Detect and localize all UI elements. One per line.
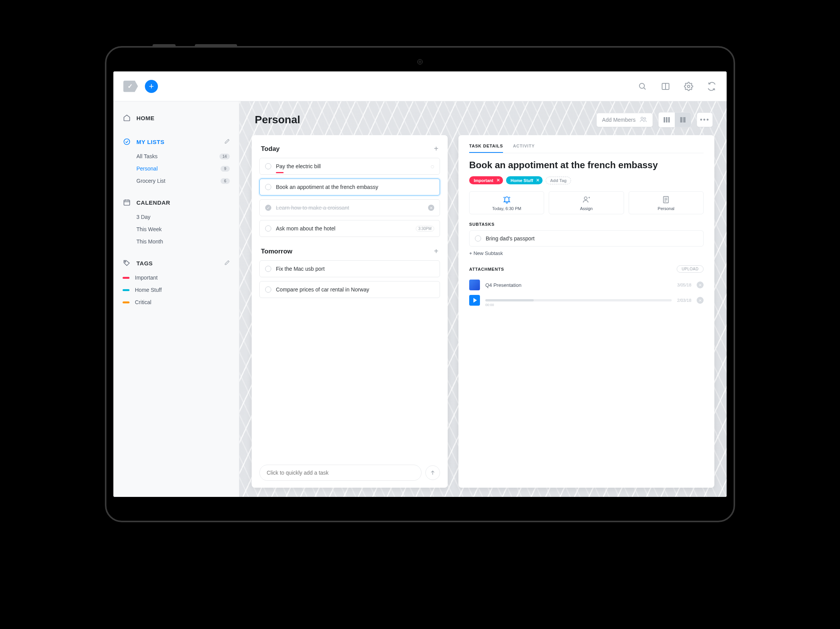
task-card-selected[interactable]: Book an appotiment at the french embassy	[259, 179, 440, 195]
sidebar-list-personal[interactable]: Personal 9	[113, 163, 239, 174]
task-check[interactable]	[265, 286, 271, 293]
task-card[interactable]: Compare prices of car rental in Norway	[259, 281, 440, 298]
sidebar-home[interactable]: HOME	[113, 110, 239, 126]
sidebar-cal-month[interactable]: This Month	[113, 236, 239, 247]
sidebar-tags[interactable]: TAGS	[113, 255, 239, 271]
task-card-done[interactable]: Learn how to make a croissant ✕	[259, 199, 440, 216]
add-members-button[interactable]: Add Members	[596, 113, 653, 127]
task-time-badge: 3:30PM	[416, 226, 434, 232]
task-check[interactable]	[265, 163, 271, 169]
app-logo-icon[interactable]	[123, 81, 138, 92]
sidebar-list-grocery[interactable]: Grocery List 6	[113, 175, 239, 187]
list-label: Personal	[136, 166, 158, 172]
attachment-remove-button[interactable]: ✕	[697, 281, 704, 288]
detail-title: Book an appotiment at the french embassy	[469, 159, 704, 171]
subtask-title: Bring dad's passport	[486, 235, 535, 242]
svg-point-0	[639, 83, 644, 88]
svg-point-21	[584, 197, 587, 200]
tag-swatch	[123, 289, 129, 291]
edit-icon[interactable]	[224, 260, 230, 266]
sidebar-calendar-label: CALENDAR	[136, 199, 170, 206]
sidebar-home-label: HOME	[136, 115, 154, 121]
assign-card[interactable]: Assign	[549, 191, 624, 214]
svg-point-12	[644, 118, 646, 119]
sidebar-tag-critical[interactable]: Critical	[113, 296, 239, 308]
tab-task-details[interactable]: TASK DETAILS	[469, 144, 503, 153]
add-task-button[interactable]: +	[145, 80, 158, 93]
task-title: Learn how to make a croissant	[276, 205, 423, 211]
view-columns-button[interactable]	[659, 113, 675, 127]
quick-add-input[interactable]	[259, 465, 422, 481]
topbar: +	[113, 71, 727, 101]
reminder-card[interactable]: Today, 6:30 PM	[469, 191, 544, 214]
attachment-row[interactable]: 00:00 2/03/18 ✕	[469, 293, 704, 308]
task-check[interactable]	[265, 184, 271, 190]
upload-button[interactable]: UPLOAD	[677, 265, 704, 273]
calendar-icon	[123, 198, 131, 207]
tablet-volume-button	[195, 44, 237, 48]
task-check-done[interactable]	[265, 205, 271, 211]
sync-icon[interactable]	[707, 81, 717, 91]
sidebar-cal-week[interactable]: This Week	[113, 223, 239, 235]
chip-remove-icon[interactable]: ✕	[536, 178, 540, 183]
subtask-card[interactable]: Bring dad's passport	[469, 230, 704, 247]
svg-rect-17	[683, 117, 686, 122]
sidebar-my-lists[interactable]: MY LISTS	[113, 134, 239, 150]
chip-important[interactable]: Important✕	[469, 176, 503, 184]
settings-icon[interactable]	[684, 81, 694, 91]
task-title: Fix the Mac usb port	[276, 266, 434, 272]
chip-home-stuff[interactable]: Home Stuff✕	[506, 176, 543, 184]
attachment-name: Q4 Presentation	[485, 282, 672, 288]
page-title: Personal	[255, 114, 596, 126]
more-button[interactable]: •••	[697, 113, 713, 127]
sidebar-list-all-tasks[interactable]: All Tasks 14	[113, 151, 239, 162]
chip-remove-icon[interactable]: ✕	[496, 178, 500, 183]
svg-point-11	[641, 117, 643, 119]
important-accent	[276, 172, 284, 173]
panels-icon[interactable]	[661, 81, 671, 91]
task-card[interactable]: Fix the Mac usb port	[259, 260, 440, 277]
subtask-check[interactable]	[475, 235, 481, 242]
add-task-tomorrow-button[interactable]: +	[434, 247, 438, 256]
tag-chips: Important✕ Home Stuff✕ Add Tag	[469, 176, 704, 184]
attachment-remove-button[interactable]: ✕	[697, 297, 704, 304]
tablet-frame: + H	[105, 46, 735, 522]
tab-activity[interactable]: ACTIVITY	[513, 144, 535, 153]
syncing-icon: ◌	[431, 164, 434, 169]
task-remove-button[interactable]: ✕	[428, 205, 434, 211]
add-tag-button[interactable]: Add Tag	[546, 177, 571, 184]
view-split-button[interactable]	[675, 113, 691, 127]
add-task-today-button[interactable]: +	[434, 144, 438, 153]
sidebar-tags-label: TAGS	[136, 260, 153, 266]
tablet-power-button	[153, 44, 176, 48]
quick-add-send-button[interactable]	[425, 465, 440, 480]
svg-rect-16	[680, 117, 682, 122]
group-today-header: Today +	[259, 142, 440, 158]
new-subtask-button[interactable]: + New Subtask	[469, 250, 704, 256]
task-check[interactable]	[265, 266, 271, 272]
attachment-progress-wrap: 00:00	[485, 299, 672, 301]
task-card[interactable]: Ask mom about the hotel 3:30PM	[259, 220, 440, 237]
task-title: Book an appotiment at the french embassy	[276, 184, 434, 190]
search-icon[interactable]	[637, 81, 647, 91]
task-card[interactable]: Pay the electric bill ◌	[259, 158, 440, 175]
edit-icon[interactable]	[224, 139, 230, 145]
home-icon	[123, 114, 131, 122]
task-check[interactable]	[265, 225, 271, 232]
detail-column: TASK DETAILS ACTIVITY Book an appotiment…	[458, 135, 714, 488]
sidebar-cal-3day[interactable]: 3 Day	[113, 211, 239, 223]
attachment-row[interactable]: Q4 Presentation 3/05/18 ✕	[469, 277, 704, 293]
tag-swatch	[123, 301, 129, 303]
list-card[interactable]: Personal	[629, 191, 704, 214]
svg-point-10	[125, 261, 126, 262]
sidebar-my-lists-label: MY LISTS	[136, 139, 164, 145]
sidebar-calendar[interactable]: CALENDAR	[113, 194, 239, 210]
tag-swatch	[123, 277, 129, 279]
app-screen: + H	[113, 71, 727, 497]
sidebar-tag-home-stuff[interactable]: Home Stuff	[113, 284, 239, 296]
list-label: All Tasks	[136, 153, 158, 159]
task-title: Compare prices of car rental in Norway	[276, 286, 434, 293]
tablet-camera	[417, 59, 423, 65]
sidebar-tag-important[interactable]: Important	[113, 272, 239, 283]
main-area: Personal Add Members •••	[239, 101, 727, 497]
